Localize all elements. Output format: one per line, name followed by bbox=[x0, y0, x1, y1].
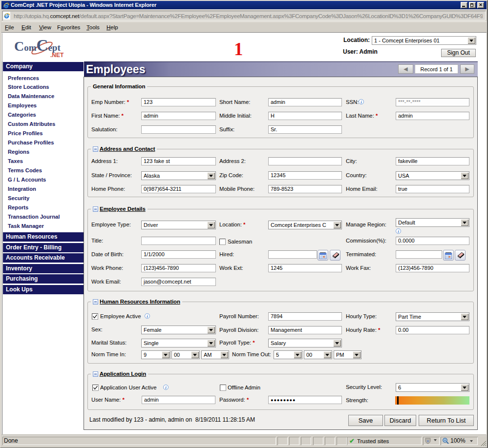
svg-text:.NET: .NET bbox=[50, 52, 64, 59]
